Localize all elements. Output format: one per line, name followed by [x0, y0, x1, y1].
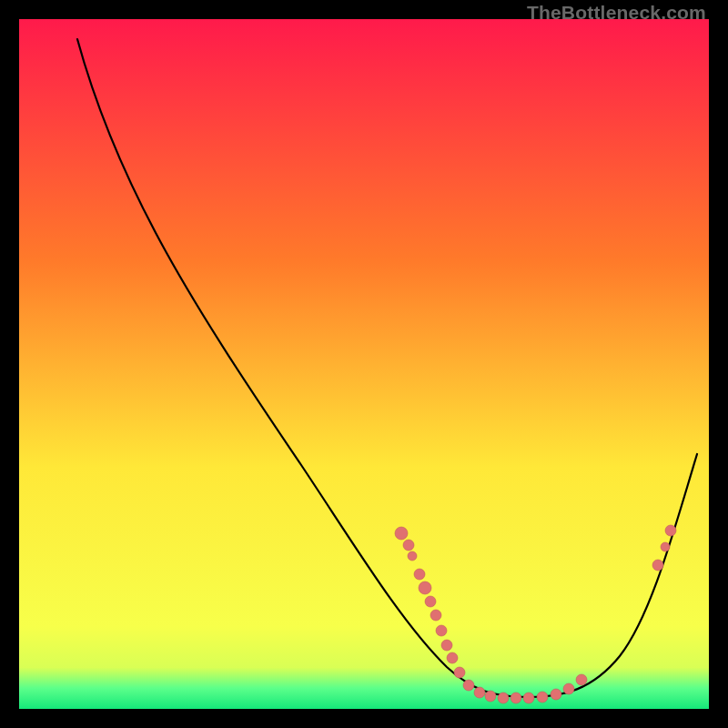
data-marker — [408, 551, 417, 561]
data-marker — [485, 691, 496, 702]
data-marker — [498, 693, 509, 703]
data-marker — [551, 689, 561, 700]
data-marker — [576, 674, 587, 685]
data-marker — [395, 527, 408, 540]
data-marker — [511, 693, 521, 703]
plot-background — [19, 19, 709, 709]
data-marker — [523, 693, 534, 703]
data-marker — [425, 596, 436, 607]
data-marker — [447, 652, 458, 663]
data-marker — [661, 542, 670, 551]
chart-svg — [19, 19, 709, 709]
data-marker — [474, 687, 485, 698]
data-marker — [441, 640, 452, 651]
data-marker — [537, 692, 548, 703]
data-marker — [454, 667, 465, 678]
data-marker — [652, 560, 663, 571]
data-marker — [414, 569, 425, 580]
data-marker — [665, 525, 676, 536]
data-marker — [419, 581, 431, 594]
data-marker — [430, 610, 441, 621]
chart-frame — [19, 19, 709, 709]
data-marker — [436, 625, 447, 636]
data-marker — [403, 540, 414, 551]
data-marker — [463, 680, 474, 691]
data-marker — [563, 683, 574, 694]
